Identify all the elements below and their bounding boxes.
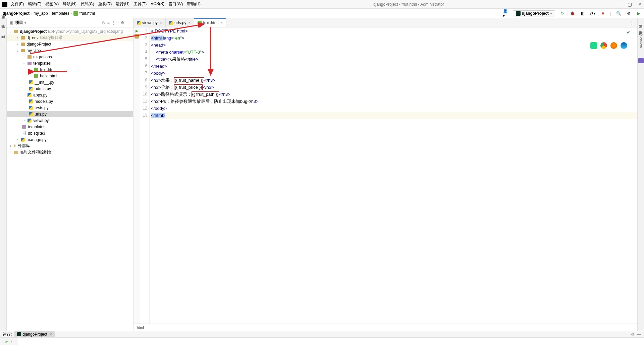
menu-navigate[interactable]: 导航(N) bbox=[63, 1, 76, 7]
gear-icon[interactable]: ⚙ bbox=[121, 20, 124, 25]
run-configuration-selector[interactable]: djangoProject ▾ bbox=[513, 10, 555, 16]
settings-icon[interactable]: ⚙ bbox=[626, 11, 631, 16]
scroll-from-source-icon[interactable]: ⊙ bbox=[102, 20, 105, 25]
tree-django-project[interactable]: › djangoProject bbox=[7, 41, 133, 47]
window-maximize-icon[interactable]: ▢ bbox=[628, 2, 632, 7]
html-file-icon bbox=[73, 11, 78, 16]
menu-view[interactable]: 视图(V) bbox=[45, 1, 59, 7]
tree-apps-py[interactable]: › apps.py bbox=[7, 92, 133, 98]
chevron-right-icon: › bbox=[71, 11, 72, 16]
tree-external-libs[interactable]: ›⊪ 外部库 bbox=[7, 143, 133, 149]
tree-manage-py[interactable]: › manage.py bbox=[7, 136, 133, 143]
tree-views-py[interactable]: › views.py bbox=[7, 117, 133, 124]
menu-window[interactable]: 窗口(W) bbox=[168, 1, 183, 7]
chevron-right-icon: › bbox=[31, 11, 32, 16]
profiler-icon[interactable]: ◔▾ bbox=[590, 11, 595, 16]
hide-icon[interactable]: — bbox=[637, 332, 641, 337]
user-icon[interactable]: 👤▾ bbox=[503, 11, 508, 16]
expand-all-icon[interactable]: ≡ bbox=[107, 20, 110, 25]
crumb-project[interactable]: djangoProject bbox=[3, 11, 30, 16]
coverage-icon[interactable]: ◧ bbox=[580, 11, 585, 16]
close-icon[interactable]: × bbox=[50, 332, 52, 337]
tab-urls-py[interactable]: urls.py× bbox=[166, 18, 194, 27]
window-minimize-icon[interactable]: — bbox=[617, 2, 622, 7]
menu-help[interactable]: 帮助(H) bbox=[187, 1, 201, 7]
tab-settings-icon[interactable]: ⋮ bbox=[630, 20, 634, 25]
run-toolbar: ⟳ ■ ≡ 🖶 🗑 ↑ ↓ ↩ ⤓ bbox=[0, 338, 17, 345]
tab-views-py[interactable]: views.py× bbox=[133, 18, 166, 27]
project-view-selector[interactable]: 项目 ▾ bbox=[15, 20, 26, 25]
run-debug-icon[interactable]: 🐞 bbox=[570, 11, 575, 16]
menu-edit[interactable]: 编辑(E) bbox=[28, 1, 41, 7]
rerun-icon[interactable]: ⟳ bbox=[560, 11, 565, 16]
python-file-icon bbox=[137, 21, 141, 25]
tree-root[interactable]: ⌄ djangoProjectE:\Python\Python_Django\2… bbox=[7, 28, 133, 34]
console-output[interactable]: Run 'python manage.py migrate' to apply … bbox=[17, 338, 644, 345]
project-tree[interactable]: ⌄ djangoProjectE:\Python\Python_Django\2… bbox=[7, 27, 133, 331]
run-label: 运行: bbox=[3, 332, 12, 337]
edge-icon[interactable] bbox=[621, 42, 627, 49]
chrome-icon[interactable] bbox=[600, 42, 607, 49]
rerun-icon[interactable]: ⟳ bbox=[5, 340, 8, 344]
editor-tabs: views.py× urls.py× fruit.html× ⋮ bbox=[133, 18, 637, 27]
window-close-icon[interactable]: ✕ bbox=[638, 2, 642, 7]
close-icon[interactable]: × bbox=[220, 20, 223, 25]
tab-fruit-html[interactable]: fruit.html× bbox=[194, 18, 226, 27]
folder-icon: ▣ bbox=[9, 20, 13, 25]
pycharm-browser-icon[interactable] bbox=[590, 42, 597, 49]
left-stripe: 项目 书签 结构 bbox=[0, 18, 7, 331]
editor[interactable]: ▶ 12345678910111213 <!DOCTYPE html> <htm… bbox=[133, 27, 637, 324]
tree-tests-py[interactable]: tests.py bbox=[7, 105, 133, 111]
stop-icon[interactable]: ■ bbox=[600, 11, 605, 16]
run-marker-icon[interactable]: ▶ bbox=[136, 29, 138, 33]
crumb-templates[interactable]: templates bbox=[52, 11, 69, 16]
tool-sciview-button[interactable]: SciView bbox=[639, 35, 643, 48]
inspection-ok-icon[interactable]: ✔ bbox=[627, 29, 631, 35]
tree-templates[interactable]: ⌄ templates bbox=[7, 60, 133, 66]
chevron-right-icon: › bbox=[49, 11, 51, 16]
editor-breadcrumb[interactable]: html bbox=[133, 324, 637, 331]
menu-refactor[interactable]: 重构(R) bbox=[98, 1, 112, 7]
tree-scratches[interactable]: › 临时文件和控制台 bbox=[7, 149, 133, 155]
window-title: djangoProject - fruit.html - Administrat… bbox=[201, 2, 617, 7]
code-content[interactable]: <!DOCTYPE html> <html lang="en"> <head> … bbox=[150, 27, 637, 324]
tree-models-py[interactable]: models.py bbox=[7, 98, 133, 105]
menu-run[interactable]: 运行(U) bbox=[116, 1, 129, 7]
line-numbers: 12345678910111213 bbox=[140, 27, 149, 324]
scroll-up-icon[interactable]: ↑ bbox=[10, 340, 12, 344]
ai-assistant-icon[interactable] bbox=[638, 58, 644, 63]
hide-icon[interactable]: — bbox=[126, 20, 130, 25]
app-icon bbox=[2, 2, 7, 7]
firefox-icon[interactable] bbox=[610, 42, 617, 49]
django-icon bbox=[17, 332, 21, 336]
run-tab-django[interactable]: djangoProject× bbox=[14, 331, 54, 337]
run-icon[interactable]: ▶ bbox=[636, 11, 641, 16]
menu-vcs[interactable]: VCS(S) bbox=[151, 1, 164, 7]
tree-hello-html[interactable]: hello.html bbox=[7, 73, 133, 79]
editor-gutter: ▶ 12345678910111213 bbox=[133, 27, 150, 324]
menu-file[interactable]: 文件(F) bbox=[11, 1, 24, 7]
tree-templates-root[interactable]: templates bbox=[7, 124, 133, 130]
python-file-icon bbox=[169, 21, 173, 25]
tree-admin-py[interactable]: admin.py bbox=[7, 85, 133, 92]
menu-tools[interactable]: 工具(T) bbox=[133, 1, 147, 7]
navigation-bar: djangoProject › my_app › templates › fru… bbox=[0, 9, 644, 18]
close-icon[interactable]: × bbox=[188, 20, 191, 25]
tree-dj-env[interactable]: › dj_envlibrary根目录 bbox=[7, 34, 133, 41]
tree-fruit-html[interactable]: fruit.html bbox=[7, 66, 133, 73]
menu-code[interactable]: 代码(C) bbox=[80, 1, 94, 7]
django-icon bbox=[516, 11, 521, 16]
search-icon[interactable]: 🔍 bbox=[616, 11, 621, 16]
tree-db-sqlite3[interactable]: 🗄 db.sqlite3 bbox=[7, 130, 133, 136]
tree-migrations[interactable]: › migrations bbox=[7, 54, 133, 60]
crumb-app[interactable]: my_app bbox=[34, 11, 48, 16]
collapse-all-icon[interactable]: ⋮ bbox=[112, 20, 116, 25]
right-stripe: 通知 数据库 SciView bbox=[637, 18, 644, 331]
tree-init-py[interactable]: __init__.py bbox=[7, 79, 133, 85]
close-icon[interactable]: × bbox=[160, 20, 162, 25]
gear-icon[interactable]: ⚙ bbox=[631, 332, 635, 337]
html-file-icon bbox=[198, 21, 202, 25]
crumb-file[interactable]: fruit.html bbox=[73, 11, 95, 16]
tree-my-app[interactable]: ⌄ my_app bbox=[7, 47, 133, 54]
tree-urls-py[interactable]: urls.py bbox=[7, 111, 133, 117]
